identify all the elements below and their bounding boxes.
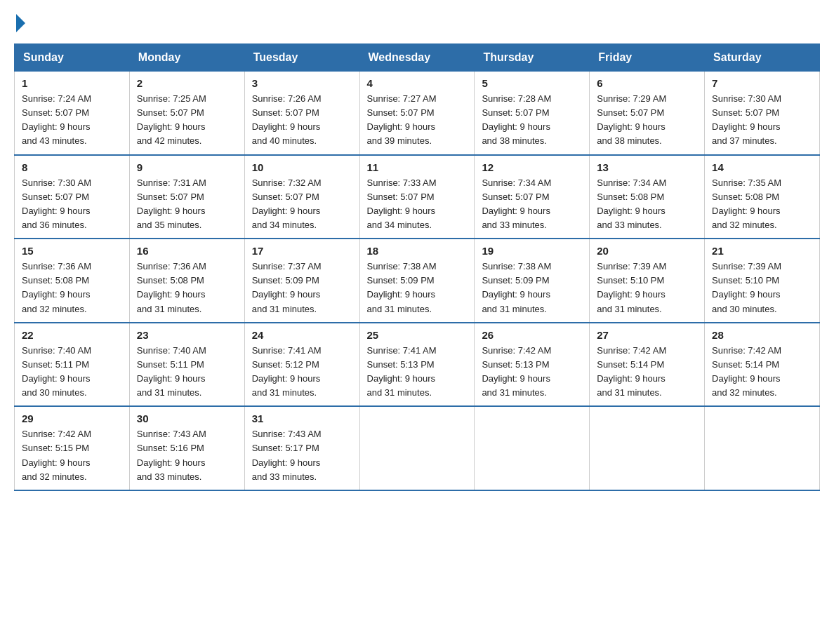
day-info: Sunrise: 7:30 AMSunset: 5:07 PMDaylight:… xyxy=(22,176,122,233)
daylight-minutes: and 38 minutes. xyxy=(597,135,662,146)
day-number: 26 xyxy=(482,329,582,341)
header-monday: Monday xyxy=(129,44,244,72)
daylight-minutes: and 35 minutes. xyxy=(137,220,202,230)
sunset-label: Sunset: 5:07 PM xyxy=(597,107,664,118)
sunset-label: Sunset: 5:15 PM xyxy=(22,443,89,453)
sunset-label: Sunset: 5:11 PM xyxy=(22,359,89,370)
daylight-label: Daylight: 9 hours xyxy=(597,206,666,216)
day-number: 10 xyxy=(252,161,352,173)
day-info: Sunrise: 7:41 AMSunset: 5:12 PMDaylight:… xyxy=(252,344,352,401)
day-info: Sunrise: 7:40 AMSunset: 5:11 PMDaylight:… xyxy=(137,344,237,401)
sunset-label: Sunset: 5:11 PM xyxy=(137,359,204,370)
day-info: Sunrise: 7:34 AMSunset: 5:07 PMDaylight:… xyxy=(482,176,582,233)
sunrise-label: Sunrise: 7:42 AM xyxy=(482,345,551,356)
daylight-label: Daylight: 9 hours xyxy=(137,457,206,468)
sunrise-label: Sunrise: 7:30 AM xyxy=(712,93,781,104)
sunset-label: Sunset: 5:12 PM xyxy=(252,359,319,370)
sunset-label: Sunset: 5:09 PM xyxy=(367,275,435,286)
sunset-label: Sunset: 5:07 PM xyxy=(482,192,549,202)
day-info: Sunrise: 7:36 AMSunset: 5:08 PMDaylight:… xyxy=(22,260,122,316)
daylight-label: Daylight: 9 hours xyxy=(367,121,436,132)
sunrise-label: Sunrise: 7:25 AM xyxy=(137,93,206,104)
sunrise-label: Sunrise: 7:33 AM xyxy=(367,177,437,188)
sunrise-label: Sunrise: 7:36 AM xyxy=(22,261,91,271)
sunrise-label: Sunrise: 7:39 AM xyxy=(597,261,666,271)
sunrise-label: Sunrise: 7:40 AM xyxy=(137,345,206,356)
sunrise-label: Sunrise: 7:42 AM xyxy=(712,345,781,356)
calendar-day-cell xyxy=(705,406,820,490)
calendar-day-cell xyxy=(590,406,705,490)
daylight-label: Daylight: 9 hours xyxy=(137,121,206,132)
daylight-label: Daylight: 9 hours xyxy=(252,457,321,468)
daylight-label: Daylight: 9 hours xyxy=(482,121,550,132)
daylight-minutes: and 32 minutes. xyxy=(712,387,777,398)
sunset-label: Sunset: 5:16 PM xyxy=(137,443,204,453)
daylight-label: Daylight: 9 hours xyxy=(367,289,436,300)
daylight-minutes: and 31 minutes. xyxy=(597,387,662,398)
day-info: Sunrise: 7:42 AMSunset: 5:14 PMDaylight:… xyxy=(712,344,812,401)
day-number: 23 xyxy=(137,329,237,341)
daylight-minutes: and 31 minutes. xyxy=(137,304,202,314)
day-info: Sunrise: 7:30 AMSunset: 5:07 PMDaylight:… xyxy=(712,92,812,149)
daylight-label: Daylight: 9 hours xyxy=(137,289,206,300)
calendar-day-cell: 5Sunrise: 7:28 AMSunset: 5:07 PMDaylight… xyxy=(475,72,590,155)
calendar-day-cell: 15Sunrise: 7:36 AMSunset: 5:08 PMDayligh… xyxy=(15,239,130,323)
day-info: Sunrise: 7:38 AMSunset: 5:09 PMDaylight:… xyxy=(482,260,582,316)
sunrise-label: Sunrise: 7:28 AM xyxy=(482,93,551,104)
daylight-minutes: and 37 minutes. xyxy=(712,135,777,146)
daylight-label: Daylight: 9 hours xyxy=(597,373,666,384)
sunset-label: Sunset: 5:10 PM xyxy=(712,275,779,286)
calendar-day-cell: 8Sunrise: 7:30 AMSunset: 5:07 PMDaylight… xyxy=(15,155,130,239)
day-info: Sunrise: 7:39 AMSunset: 5:10 PMDaylight:… xyxy=(597,260,697,316)
daylight-minutes: and 31 minutes. xyxy=(482,304,547,314)
daylight-label: Daylight: 9 hours xyxy=(712,121,781,132)
sunrise-label: Sunrise: 7:42 AM xyxy=(22,429,91,439)
day-number: 6 xyxy=(597,77,697,89)
day-info: Sunrise: 7:39 AMSunset: 5:10 PMDaylight:… xyxy=(712,260,812,316)
calendar-day-cell: 30Sunrise: 7:43 AMSunset: 5:16 PMDayligh… xyxy=(129,406,244,490)
calendar-day-cell xyxy=(359,406,475,490)
day-number: 21 xyxy=(712,245,812,257)
day-info: Sunrise: 7:32 AMSunset: 5:07 PMDaylight:… xyxy=(252,176,352,233)
day-number: 3 xyxy=(252,77,352,89)
calendar-day-cell: 24Sunrise: 7:41 AMSunset: 5:12 PMDayligh… xyxy=(244,323,359,407)
sunrise-label: Sunrise: 7:29 AM xyxy=(597,93,666,104)
calendar-week-row: 22Sunrise: 7:40 AMSunset: 5:11 PMDayligh… xyxy=(15,323,820,407)
sunrise-label: Sunrise: 7:24 AM xyxy=(22,93,91,104)
header-saturday: Saturday xyxy=(705,44,820,72)
daylight-minutes: and 31 minutes. xyxy=(367,304,432,314)
sunset-label: Sunset: 5:07 PM xyxy=(367,107,435,118)
sunrise-label: Sunrise: 7:34 AM xyxy=(482,177,551,188)
sunrise-label: Sunrise: 7:40 AM xyxy=(22,345,91,356)
header-friday: Friday xyxy=(590,44,705,72)
calendar-day-cell: 31Sunrise: 7:43 AMSunset: 5:17 PMDayligh… xyxy=(244,406,359,490)
day-number: 1 xyxy=(22,77,122,89)
day-info: Sunrise: 7:40 AMSunset: 5:11 PMDaylight:… xyxy=(22,344,122,401)
daylight-minutes: and 31 minutes. xyxy=(137,387,202,398)
logo xyxy=(14,14,25,32)
sunset-label: Sunset: 5:14 PM xyxy=(712,359,779,370)
day-info: Sunrise: 7:31 AMSunset: 5:07 PMDaylight:… xyxy=(137,176,237,233)
sunset-label: Sunset: 5:09 PM xyxy=(252,275,319,286)
day-number: 11 xyxy=(367,161,468,173)
sunset-label: Sunset: 5:09 PM xyxy=(482,275,549,286)
day-number: 29 xyxy=(22,412,122,424)
page-header xyxy=(14,14,820,32)
sunrise-label: Sunrise: 7:42 AM xyxy=(597,345,666,356)
day-number: 19 xyxy=(482,245,582,257)
daylight-label: Daylight: 9 hours xyxy=(252,289,321,300)
sunrise-label: Sunrise: 7:39 AM xyxy=(712,261,781,271)
sunset-label: Sunset: 5:08 PM xyxy=(137,275,204,286)
day-info: Sunrise: 7:43 AMSunset: 5:17 PMDaylight:… xyxy=(252,427,352,484)
sunrise-label: Sunrise: 7:26 AM xyxy=(252,93,322,104)
daylight-minutes: and 31 minutes. xyxy=(252,387,317,398)
daylight-label: Daylight: 9 hours xyxy=(137,206,206,216)
calendar-day-cell: 29Sunrise: 7:42 AMSunset: 5:15 PMDayligh… xyxy=(15,406,130,490)
daylight-minutes: and 30 minutes. xyxy=(22,387,87,398)
day-number: 13 xyxy=(597,161,697,173)
day-number: 20 xyxy=(597,245,697,257)
sunrise-label: Sunrise: 7:41 AM xyxy=(252,345,322,356)
sunset-label: Sunset: 5:07 PM xyxy=(252,192,319,202)
day-info: Sunrise: 7:26 AMSunset: 5:07 PMDaylight:… xyxy=(252,92,352,149)
sunrise-label: Sunrise: 7:34 AM xyxy=(597,177,666,188)
